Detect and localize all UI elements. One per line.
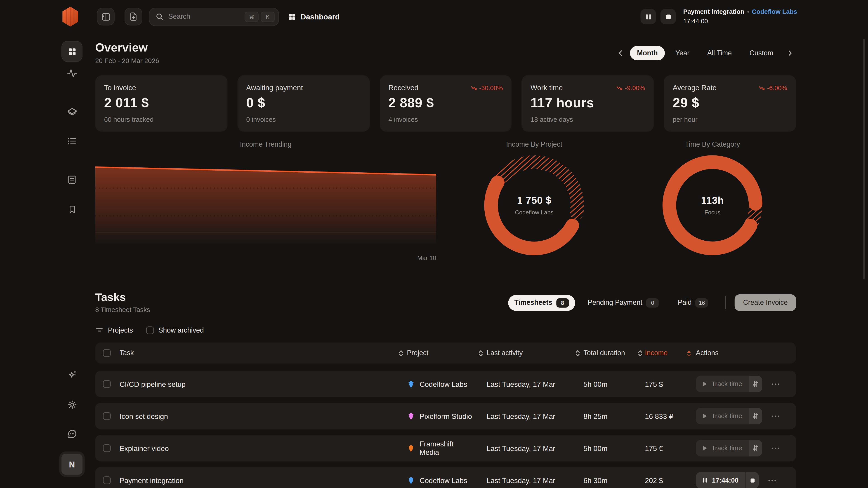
- row-menu-button[interactable]: [771, 383, 780, 385]
- sidebar-item-tasks[interactable]: [62, 131, 82, 151]
- page-title: Overview: [95, 41, 159, 54]
- new-document-button[interactable]: [125, 8, 142, 25]
- time-by-category-chart[interactable]: Time By Category 113h Focus: [660, 140, 765, 258]
- search-input[interactable]: Search ⌘ K: [149, 7, 279, 26]
- project-cell: Codeflow Labs: [407, 476, 474, 484]
- search-icon: [156, 12, 164, 21]
- row-checkbox[interactable]: [103, 477, 111, 484]
- stat-value: 2 889 $: [388, 95, 503, 111]
- row-checkbox[interactable]: [103, 380, 111, 388]
- row-menu-button[interactable]: [768, 479, 777, 482]
- sidebar-toggle-button[interactable]: [97, 8, 115, 25]
- track-settings-button[interactable]: [749, 376, 762, 392]
- dashboard-grid-icon: [67, 47, 77, 56]
- range-all-time[interactable]: All Time: [700, 46, 739, 60]
- sidebar-item-support-chat[interactable]: [62, 424, 82, 444]
- sort-total-duration-button[interactable]: [635, 349, 645, 357]
- nav-dashboard[interactable]: Dashboard: [288, 12, 340, 21]
- income-trending-chart[interactable]: Income Trending Mar 10: [95, 140, 436, 245]
- sort-task-button[interactable]: [395, 349, 407, 357]
- total-duration: 6h 30m: [583, 476, 635, 484]
- range-prev-button[interactable]: [614, 47, 627, 59]
- sidebar-item-ai-assistant[interactable]: [62, 365, 82, 385]
- sidebar-item-activity[interactable]: [62, 63, 82, 83]
- play-icon: [703, 381, 708, 387]
- table-row[interactable]: Icon set design Pixelform Studio Last Tu…: [95, 403, 796, 429]
- range-month[interactable]: Month: [630, 46, 665, 60]
- table-row[interactable]: CI/CD pipeline setup Codeflow Labs Last …: [95, 371, 796, 397]
- task-name: Icon set design: [120, 412, 395, 420]
- tab-badge: 8: [556, 298, 569, 307]
- project-gem-icon: [407, 444, 415, 452]
- project-name: Frameshift Media: [420, 440, 474, 456]
- track-time-button[interactable]: Track time: [696, 408, 762, 424]
- running-timer-button[interactable]: 17:44:00: [696, 472, 759, 488]
- tab-paid[interactable]: Paid16: [672, 295, 714, 311]
- stat-label: Average Rate: [673, 84, 717, 92]
- trend-badge: -30.00%: [470, 84, 503, 91]
- tab-badge: 16: [695, 298, 708, 307]
- row-menu-button[interactable]: [771, 415, 780, 418]
- projects-filter-button[interactable]: Projects: [95, 326, 133, 334]
- create-invoice-button[interactable]: Create Invoice: [735, 294, 796, 311]
- actions-cell: 17:44:00: [696, 472, 788, 488]
- chart-title: Income By Project: [482, 140, 587, 148]
- project-gem-icon: [407, 476, 415, 484]
- select-all-checkbox[interactable]: [103, 349, 111, 357]
- sort-last-activity-button[interactable]: [571, 349, 583, 357]
- range-custom[interactable]: Custom: [742, 46, 780, 60]
- tab-timesheets[interactable]: Timesheets8: [508, 295, 575, 311]
- sidebar-item-dashboard[interactable]: [61, 41, 83, 62]
- row-checkbox[interactable]: [103, 412, 111, 420]
- stat-value: 117 hours: [530, 95, 645, 111]
- income-by-project-chart[interactable]: Income By Project 1 750 $ Codeflow: [482, 140, 587, 258]
- app-logo[interactable]: [61, 6, 80, 27]
- project-cell: Frameshift Media: [407, 440, 474, 456]
- income-value: 175 $: [645, 380, 696, 388]
- sort-active-asc-icon[interactable]: [685, 349, 692, 357]
- stat-card-awaiting-payment[interactable]: Awaiting payment 0 $ 0 invoices: [237, 75, 370, 132]
- stat-card-average-rate[interactable]: Average Rate -6.00% 29 $ per hour: [664, 75, 796, 132]
- row-checkbox[interactable]: [103, 445, 111, 452]
- track-time-button[interactable]: Track time: [696, 376, 762, 392]
- project-gem-icon: [407, 380, 415, 388]
- sidebar-item-invoices[interactable]: [62, 170, 82, 190]
- scrollbar[interactable]: [863, 39, 865, 279]
- stat-card-to-invoice[interactable]: To invoice 2 011 $ 60 hours tracked: [95, 75, 227, 132]
- stat-card-work-time[interactable]: Work time -9.00% 117 hours 18 active day…: [522, 75, 654, 132]
- show-archived-toggle[interactable]: Show archived: [146, 326, 204, 334]
- track-settings-button[interactable]: [749, 440, 762, 456]
- range-year[interactable]: Year: [668, 46, 697, 60]
- column-last-activity: Last activity: [487, 349, 571, 357]
- project-cell: Codeflow Labs: [407, 380, 474, 388]
- total-duration: 5h 00m: [583, 444, 635, 452]
- trending-down-icon: [616, 84, 622, 91]
- table-row-active-tracking[interactable]: Payment integration Codeflow Labs Last T…: [95, 467, 796, 488]
- chevron-left-icon: [617, 50, 624, 56]
- user-avatar[interactable]: N: [59, 451, 85, 477]
- stat-card-received[interactable]: Received -30.00% 2 889 $ 4 invoices: [379, 75, 512, 132]
- stop-tracking-button[interactable]: [660, 9, 676, 24]
- sidebar-item-settings[interactable]: [62, 394, 82, 414]
- chevron-right-icon: [786, 50, 793, 56]
- stat-sub: 60 hours tracked: [104, 116, 218, 123]
- trending-down-icon: [470, 84, 477, 91]
- tab-pending-payment[interactable]: Pending Payment0: [582, 295, 665, 311]
- table-row[interactable]: Explainer video Frameshift Media Last Tu…: [95, 435, 796, 462]
- project-cell: Pixelform Studio: [407, 412, 474, 420]
- pause-tracking-button[interactable]: [641, 9, 656, 24]
- track-settings-button[interactable]: [749, 408, 762, 424]
- trending-down-icon: [758, 84, 765, 91]
- grid-icon: [288, 12, 296, 21]
- sidebar-item-bookmarks[interactable]: [62, 199, 82, 219]
- range-next-button[interactable]: [784, 47, 796, 59]
- show-archived-checkbox[interactable]: [146, 326, 154, 334]
- sort-project-button[interactable]: [474, 349, 487, 357]
- donut-center-label: Focus: [660, 209, 765, 215]
- stop-timer-button[interactable]: [745, 472, 759, 488]
- row-menu-button[interactable]: [771, 447, 780, 450]
- ellipsis-icon: [771, 447, 780, 450]
- sidebar-item-projects[interactable]: [62, 102, 82, 122]
- tracker-client-link[interactable]: Codeflow Labs: [752, 8, 797, 16]
- track-time-button[interactable]: Track time: [696, 440, 762, 456]
